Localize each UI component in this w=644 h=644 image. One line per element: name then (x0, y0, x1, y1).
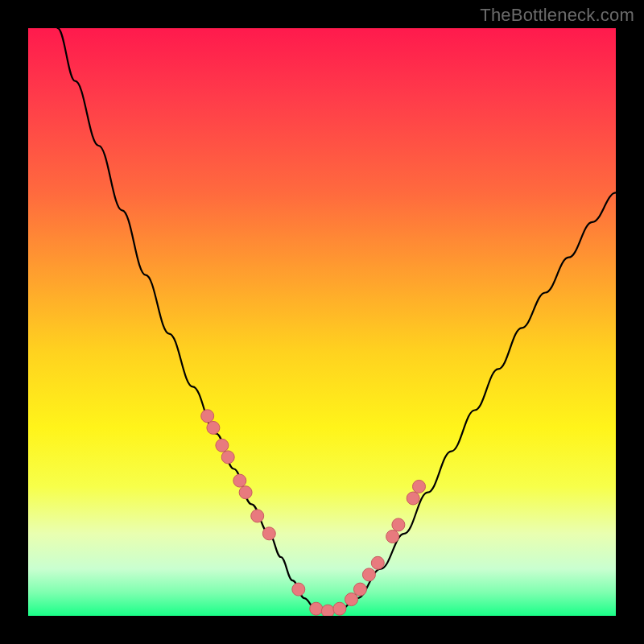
highlight-dot (371, 556, 384, 569)
highlight-dot (392, 518, 405, 531)
highlight-dots-group (201, 410, 426, 616)
highlight-dot (207, 421, 220, 434)
highlight-dot (353, 583, 366, 596)
highlight-dot (310, 602, 323, 615)
highlight-dot (321, 605, 334, 616)
highlight-dot (262, 527, 275, 540)
highlight-dot (233, 474, 246, 487)
highlight-dot (407, 492, 419, 505)
bottleneck-curve (58, 28, 617, 613)
highlight-dot (362, 568, 375, 581)
chart-overlay (28, 28, 616, 616)
plot-area (28, 28, 616, 616)
highlight-dot (221, 451, 234, 464)
outer-frame: TheBottleneck.com (0, 0, 644, 644)
highlight-dot (413, 480, 426, 493)
highlight-dot (345, 593, 358, 606)
highlight-dot (292, 583, 305, 596)
highlight-dot (216, 439, 229, 452)
highlight-dot (333, 602, 346, 615)
watermark-text: TheBottleneck.com (480, 5, 634, 26)
highlight-dot (239, 486, 252, 499)
highlight-dot (386, 530, 399, 543)
highlight-dot (201, 410, 214, 423)
highlight-dot (251, 510, 264, 522)
